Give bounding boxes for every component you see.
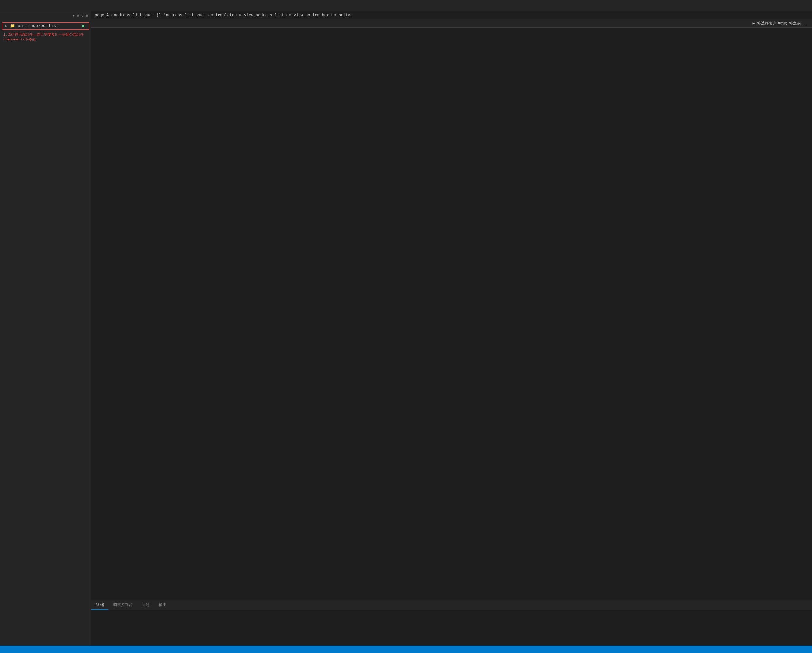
sidebar-header-icons[interactable]: ⊕ ⊞ ↻ ⊟: [73, 14, 88, 18]
breadcrumb-part: address-list.vue: [114, 13, 151, 18]
hint-bar: ▶ 将选择客户B时候 将之前...: [92, 19, 812, 28]
bottom-annotation: 1.原始通讯录组件——自己需要复制一份到公共组件components下修改: [0, 31, 91, 43]
sidebar: ⊕ ⊞ ↻ ⊟ ▶ 📁 uni-indexed-list 1.原始通讯录组件——…: [0, 11, 92, 646]
status-dot: [82, 25, 84, 27]
breadcrumb-part: ⊕ view.bottom_box: [289, 13, 329, 18]
tab-problems[interactable]: 问题: [137, 600, 154, 610]
code-editor[interactable]: [106, 28, 812, 600]
refresh-icon[interactable]: ↻: [81, 14, 84, 18]
collapse-icon[interactable]: ⊟: [85, 14, 88, 18]
line-numbers: [92, 28, 106, 600]
tab-bar: [10, 0, 809, 11]
breadcrumb-part: {} "address-list.vue": [156, 13, 206, 18]
breadcrumb-part: ⊕ button: [334, 13, 353, 18]
breadcrumb-part: ⊕ template: [211, 13, 234, 18]
sidebar-header: ⊕ ⊞ ↻ ⊟: [0, 11, 91, 20]
terminal-content[interactable]: [92, 610, 812, 646]
uni-indexed-list-bottom[interactable]: ▶ 📁 uni-indexed-list: [2, 22, 89, 30]
sidebar-item-label: uni-indexed-list: [18, 23, 80, 28]
main-layout: ⊕ ⊞ ↻ ⊟ ▶ 📁 uni-indexed-list 1.原始通讯录组件——…: [0, 11, 812, 646]
new-file-icon[interactable]: ⊕: [73, 14, 75, 18]
bottom-panel: 终端 调试控制台 问题 输出: [92, 600, 812, 646]
editor-area[interactable]: [92, 28, 812, 600]
title-bar: [0, 0, 812, 11]
editor-container: pagesA › address-list.vue › {} "address-…: [92, 11, 812, 646]
chevron-right-icon: ▶: [4, 24, 8, 28]
breadcrumb: pagesA › address-list.vue › {} "address-…: [92, 11, 812, 19]
tab-output[interactable]: 输出: [154, 600, 171, 610]
status-bar: [0, 646, 812, 653]
breadcrumb-part: ⊕ view.address-list: [240, 13, 284, 18]
tab-terminal[interactable]: 终端: [92, 600, 108, 610]
breadcrumb-part: pagesA: [95, 13, 109, 18]
new-folder-icon[interactable]: ⊞: [77, 14, 79, 18]
sidebar-bottom-section: ▶ 📁 uni-indexed-list 1.原始通讯录组件——自己需要复制一份…: [0, 22, 91, 43]
folder-icon: 📁: [10, 23, 15, 28]
tab-debug-console[interactable]: 调试控制台: [108, 600, 137, 610]
bottom-tab-bar: 终端 调试控制台 问题 输出: [92, 600, 812, 610]
